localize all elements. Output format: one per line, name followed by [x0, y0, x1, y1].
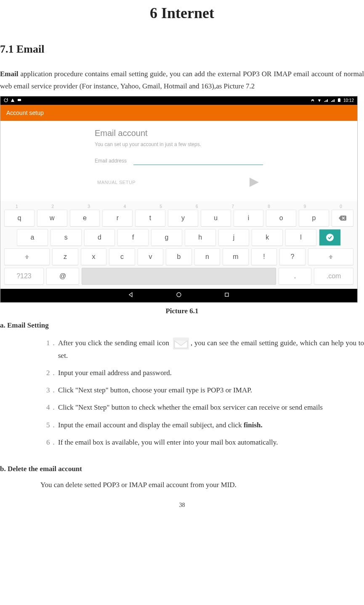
key-p[interactable]: p — [299, 210, 329, 227]
subhead-b: b. Delete the email account — [0, 465, 364, 473]
key-f[interactable]: f — [117, 229, 149, 246]
key-d[interactable]: d — [84, 229, 115, 246]
key-q[interactable]: q — [4, 210, 35, 227]
key-j[interactable]: j — [218, 229, 250, 246]
space-key[interactable] — [82, 268, 276, 285]
dotcom-key[interactable]: .com — [314, 268, 353, 285]
key-c[interactable]: c — [109, 248, 135, 265]
key-o[interactable]: o — [266, 210, 296, 227]
step-5: 5．Input the email account and display th… — [46, 419, 364, 431]
step-number: 3． — [46, 384, 58, 396]
form-title: Email account — [95, 128, 263, 138]
key-l[interactable]: l — [285, 229, 316, 246]
delete-note: You can delete setted POP3 or IMAP email… — [40, 481, 364, 489]
nav-bar — [0, 289, 357, 302]
key-?[interactable]: ? — [279, 248, 305, 265]
step-text: Input the email account and display the … — [58, 419, 364, 431]
nav-back-icon[interactable] — [128, 292, 134, 299]
dot-key[interactable]: . — [279, 268, 312, 285]
key-b[interactable]: b — [166, 248, 191, 265]
shift-right-key[interactable] — [308, 248, 353, 265]
email-field-label: Email address — [95, 158, 127, 164]
step-6: 6．If the email box is available, you wil… — [46, 437, 364, 448]
status-signal2-icon — [331, 98, 335, 103]
key-x[interactable]: x — [81, 248, 106, 265]
key-z[interactable]: z — [52, 248, 78, 265]
step-bold: finish. — [244, 421, 263, 429]
key-g[interactable]: g — [151, 229, 182, 246]
svg-rect-5 — [225, 293, 228, 296]
key-![interactable]: ! — [251, 248, 277, 265]
key-s[interactable]: s — [50, 229, 82, 246]
nav-recent-icon[interactable] — [224, 292, 230, 299]
next-button[interactable] — [246, 176, 263, 189]
status-headset-icon — [311, 98, 315, 103]
key-t[interactable]: t — [135, 210, 165, 227]
num-hint-5: 5 — [159, 204, 162, 209]
intro-rest: application procedure contains email set… — [0, 70, 364, 90]
num-hint-9: 9 — [304, 204, 306, 209]
email-field[interactable] — [133, 157, 263, 165]
key-h[interactable]: h — [185, 229, 216, 246]
svg-point-3 — [326, 234, 334, 241]
svg-point-4 — [177, 293, 181, 297]
app-bar-title: Account setup — [6, 109, 44, 116]
form-subtitle: You can set up your account in just a fe… — [95, 141, 263, 147]
key-r[interactable]: r — [102, 210, 133, 227]
key-v[interactable]: v — [138, 248, 163, 265]
step-number: 4． — [46, 402, 58, 413]
step-text: Input your email address and password. — [58, 367, 364, 378]
num-hint-1: 1 — [16, 204, 18, 209]
step-1: 1．After you click the sending email icon… — [46, 337, 364, 361]
status-time: 10:12 — [343, 98, 354, 103]
num-hint-3: 3 — [88, 204, 90, 209]
status-signal-icon — [324, 98, 328, 103]
nav-home-icon[interactable] — [176, 292, 182, 299]
steps-list: 1．After you click the sending email icon… — [0, 337, 364, 448]
enter-key[interactable] — [319, 229, 341, 246]
status-sync-icon — [4, 98, 8, 103]
screenshot-figure: ▼ 10:12 Account setup Email account You … — [0, 96, 358, 303]
picture-caption: Picture 6.1 — [0, 307, 364, 315]
key-e[interactable]: e — [70, 210, 100, 227]
step-4: 4．Click "Next Step" button to check whet… — [46, 402, 364, 413]
envelope-icon — [171, 339, 191, 347]
on-screen-keyboard: 1234567890 qwertyuiop asdfghjkl zxcvbnm!… — [0, 201, 357, 289]
step-text: Click "Next Step" button to check whethe… — [58, 402, 364, 413]
num-hint-8: 8 — [268, 204, 270, 209]
key-w[interactable]: w — [37, 210, 67, 227]
svg-rect-0 — [18, 99, 21, 101]
backspace-key[interactable] — [332, 210, 353, 227]
shift-left-key[interactable] — [4, 248, 50, 265]
intro-paragraph: Email application procedure contains ema… — [0, 68, 364, 93]
section-title: 7.1 Email — [0, 43, 364, 56]
at-key[interactable]: @ — [46, 268, 80, 285]
app-bar: Account setup — [0, 105, 357, 121]
key-k[interactable]: k — [252, 229, 283, 246]
num-hint-4: 4 — [124, 204, 126, 209]
key-i[interactable]: i — [234, 210, 264, 227]
num-hint-2: 2 — [52, 204, 54, 209]
step-number: 1． — [46, 337, 58, 361]
step-text: Click "Next step" button, choose your em… — [58, 384, 364, 396]
key-n[interactable]: n — [194, 248, 220, 265]
key-m[interactable]: m — [223, 248, 248, 265]
status-down-icon: ▼ — [317, 98, 321, 103]
svg-rect-1 — [338, 99, 340, 102]
key-u[interactable]: u — [201, 210, 231, 227]
num-hint-6: 6 — [196, 204, 198, 209]
step-number: 2． — [46, 367, 58, 378]
form-area: Email account You can set up your accoun… — [0, 121, 357, 201]
intro-bold: Email — [0, 70, 18, 78]
num-hint-0: 0 — [340, 204, 342, 209]
step-2: 2．Input your email address and password. — [46, 367, 364, 378]
subhead-a: a. Email Setting — [0, 321, 364, 330]
chapter-title: 6 Internet — [0, 4, 364, 22]
key-a[interactable]: a — [17, 229, 48, 246]
step-3: 3．Click "Next step" button, choose your … — [46, 384, 364, 396]
step-number: 5． — [46, 419, 58, 431]
symbols-key[interactable]: ?123 — [4, 268, 44, 285]
step-text: After you click the sending email icon ,… — [58, 337, 364, 361]
manual-setup-button[interactable]: MANUAL SETUP — [97, 180, 136, 185]
key-y[interactable]: y — [168, 210, 198, 227]
